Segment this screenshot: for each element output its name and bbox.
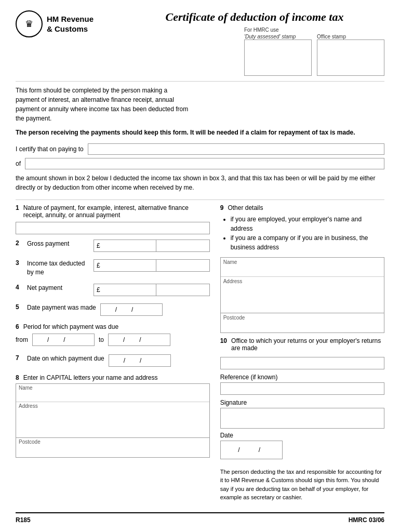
reference-label: Reference (if known) xyxy=(220,374,384,381)
field-8-num: 8 xyxy=(16,374,19,381)
field-3-label: Income tax deducted by me xyxy=(27,259,89,277)
left-column: 1 Nature of payment, for example, intere… xyxy=(16,204,210,502)
page-title: Certificate of deduction of income tax xyxy=(166,10,344,24)
field-10-office-input[interactable] xyxy=(220,357,384,369)
field-2-num: 2 xyxy=(16,240,23,247)
field-3-pence[interactable] xyxy=(157,260,209,271)
field-6-to-month[interactable] xyxy=(125,334,139,345)
field-8-address-area xyxy=(16,409,209,437)
field-6-from-month[interactable] xyxy=(49,334,63,345)
field-9-num: 9 xyxy=(220,204,224,211)
field-6-from-day[interactable] xyxy=(33,334,47,345)
field-3-input-box: £ xyxy=(94,259,210,272)
field-1-label: Nature of payment, for example, interest… xyxy=(23,204,210,219)
field-7-year[interactable] xyxy=(141,355,160,366)
field-8-address-box: Name Address Postcode xyxy=(16,383,210,458)
field-6-to-date: / / xyxy=(108,334,170,346)
field-5-day[interactable] xyxy=(101,304,115,315)
date-box: / / xyxy=(220,441,283,459)
field-9-section: 9 Other details if you are employed, you… xyxy=(220,204,384,252)
date-label: Date xyxy=(220,432,384,439)
field-2-input-box: £ xyxy=(94,240,210,252)
signature-box[interactable] xyxy=(220,408,384,429)
period-row: from / / to / / xyxy=(16,334,210,346)
date-sep2: / xyxy=(259,446,260,454)
field-8-name-label: Name xyxy=(16,384,209,391)
field-4-label: Net payment xyxy=(27,284,89,292)
form-code: R185 xyxy=(16,516,31,524)
field-4-input-box: £ xyxy=(94,284,210,296)
for-hmrc-use: For HMRC use 'Duty assessed' stamp Offic… xyxy=(244,27,384,76)
intro-text: This form should be completed by the per… xyxy=(16,86,192,123)
field-5-section: 5 Date payment was made / / xyxy=(16,303,210,316)
main-content: 1 Nature of payment, for example, intere… xyxy=(16,204,384,502)
field-7-day[interactable] xyxy=(109,355,124,366)
to-label: to xyxy=(99,336,104,343)
field-8-postcode-input[interactable] xyxy=(19,445,207,456)
date-sep1: / xyxy=(238,446,239,454)
field-5-month[interactable] xyxy=(117,304,131,315)
field-4-section: 4 Net payment £ xyxy=(16,284,210,296)
field-5-num: 5 xyxy=(16,303,23,311)
field-9-address-area xyxy=(221,284,384,313)
field-3-section: 3 Income tax deducted by me £ xyxy=(16,259,210,277)
of-input[interactable] xyxy=(25,158,384,169)
field-10-section: 10 Office to which your returns or your … xyxy=(220,337,384,459)
page-footer: R185 HMRC 03/06 xyxy=(16,512,384,524)
field-8-address-label: Address xyxy=(16,402,209,409)
field-8-section: 8 Enter in CAPITAL letters your name and… xyxy=(16,374,210,458)
field-7-num: 7 xyxy=(16,354,23,362)
field-6-section: 6 Period for which payment was due from … xyxy=(16,323,210,346)
field-8-name-input[interactable] xyxy=(16,391,209,402)
certify-label-2: of xyxy=(16,160,21,167)
field-9-label: Other details xyxy=(228,204,263,211)
bullet-2: if you are a company or if you are in bu… xyxy=(231,233,384,252)
field-1-input[interactable] xyxy=(16,222,210,234)
field-9-address-label: Address xyxy=(221,277,384,284)
office-stamp-col: Office stamp xyxy=(317,34,384,76)
certify-row-2: of xyxy=(16,158,384,169)
field-9-name-input[interactable] xyxy=(221,265,384,276)
bold-notice: The person receiving the payments should… xyxy=(16,128,384,137)
hmrc-ref: HMRC 03/06 xyxy=(349,516,384,524)
field-3-pounds[interactable] xyxy=(103,260,155,271)
certify-label-1: I certify that on paying to xyxy=(16,145,84,153)
field-9-postcode-area: Postcode xyxy=(221,313,384,332)
date-year[interactable] xyxy=(262,446,281,454)
field-8-postcode-label: Postcode xyxy=(16,437,209,457)
field-9-postcode-input[interactable] xyxy=(223,321,381,331)
field-8-label: Enter in CAPITAL letters your name and a… xyxy=(23,374,158,381)
field-4-pounds[interactable] xyxy=(103,284,155,296)
field-3-num: 3 xyxy=(16,259,23,267)
hmrc-logo: ♛ xyxy=(16,10,43,37)
field-6-from-year[interactable] xyxy=(65,334,84,345)
field-2-label: Gross payment xyxy=(27,240,89,248)
signature-label: Signature xyxy=(220,399,384,406)
field-6-from-date: / / xyxy=(32,334,95,346)
field-7-date-box: / / xyxy=(109,354,171,367)
field-1-num: 1 xyxy=(16,204,19,219)
field-4-num: 4 xyxy=(16,284,23,291)
field-2-pounds[interactable] xyxy=(103,240,155,251)
date-month[interactable] xyxy=(242,446,257,454)
field-6-to-year[interactable] xyxy=(141,334,160,345)
field-2-pence[interactable] xyxy=(157,240,209,251)
reference-input[interactable] xyxy=(220,382,384,395)
from-label: from xyxy=(16,336,28,343)
page-header: ♛ HM Revenue & Customs Certificate of de… xyxy=(16,10,384,76)
field-5-label: Date payment was made xyxy=(27,303,96,312)
certify-row-1: I certify that on paying to xyxy=(16,143,384,155)
field-5-year[interactable] xyxy=(133,304,152,315)
field-7-month[interactable] xyxy=(125,355,140,366)
field-4-pence[interactable] xyxy=(157,284,209,296)
field-7-label: Date on which payment due xyxy=(27,354,104,363)
date-day[interactable] xyxy=(221,446,236,454)
paying-to-input[interactable] xyxy=(88,143,384,155)
footer-note: The person deducting the tax and respons… xyxy=(220,468,384,502)
crown-icon: ♛ xyxy=(25,18,33,30)
intro-section: This form should be completed by the per… xyxy=(16,86,384,123)
pound-symbol-2: £ xyxy=(94,241,103,250)
field-6-label: Period for which payment was due xyxy=(23,323,118,330)
field-6-to-day[interactable] xyxy=(109,334,123,345)
field-9-name-label: Name xyxy=(221,258,384,265)
